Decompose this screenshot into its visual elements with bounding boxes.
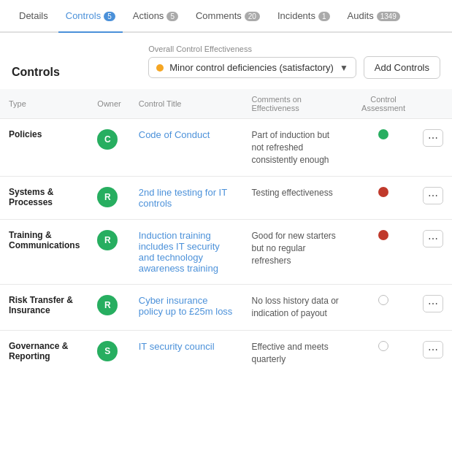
cell-title[interactable]: Induction training includes IT security …	[130, 220, 243, 285]
tab-controls[interactable]: Controls5	[58, 0, 123, 33]
table-row: Training & Communications R Induction tr…	[0, 220, 452, 285]
effectiveness-value: Minor control deficiencies (satisfactory…	[169, 62, 334, 73]
cell-comments: Effective and meets quarterly	[242, 331, 353, 376]
controls-header-section: Controls Overall Control Effectiveness M…	[12, 45, 440, 79]
col-type-header: Type	[0, 89, 88, 119]
table-row: Systems & Processes R 2nd line testing f…	[0, 177, 452, 220]
tab-badge-audits: 1349	[377, 12, 400, 21]
tab-comments[interactable]: Comments20	[188, 0, 267, 33]
assessment-dot-empty	[378, 295, 388, 305]
tab-incidents[interactable]: Incidents1	[270, 0, 337, 33]
section-title: Controls	[12, 60, 60, 79]
tab-badge-controls: 5	[104, 12, 115, 21]
col-menu-header	[414, 89, 452, 119]
cell-title[interactable]: Code of Conduct	[130, 119, 243, 177]
tab-badge-comments: 20	[245, 12, 260, 21]
col-comments-header: Comments on Effectiveness	[242, 89, 353, 119]
cell-title[interactable]: Cyber insurance policy up to £25m loss	[130, 285, 243, 331]
yellow-dot-icon	[156, 64, 164, 72]
cell-comments: Good for new starters but no regular ref…	[242, 220, 353, 285]
tab-audits[interactable]: Audits1349	[340, 0, 407, 33]
tab-label-comments: Comments	[196, 10, 242, 21]
cell-assessment	[353, 285, 414, 331]
tab-label-actions: Actions	[133, 10, 164, 21]
tab-actions[interactable]: Actions5	[126, 0, 185, 33]
table-row: Governance & Reporting S IT security cou…	[0, 331, 452, 376]
owner-avatar: R	[97, 187, 118, 207]
col-title-header: Control Title	[130, 89, 243, 119]
cell-type: Governance & Reporting	[0, 331, 88, 376]
add-controls-button[interactable]: Add Controls	[364, 56, 440, 79]
tab-label-audits: Audits	[348, 10, 374, 21]
cell-type: Training & Communications	[0, 220, 88, 285]
tab-label-controls: Controls	[66, 10, 101, 21]
effectiveness-dropdown[interactable]: Minor control deficiencies (satisfactory…	[148, 57, 356, 78]
cell-assessment	[353, 220, 414, 285]
cell-assessment	[353, 177, 414, 220]
row-menu-button[interactable]: ⋯	[423, 129, 443, 147]
cell-comments: Part of induction but not refreshed cons…	[242, 119, 353, 177]
cell-owner: S	[88, 331, 129, 376]
effectiveness-block: Overall Control Effectiveness Minor cont…	[148, 45, 440, 79]
chevron-down-icon: ▼	[340, 63, 348, 73]
row-menu-button[interactable]: ⋯	[423, 341, 443, 358]
cell-title[interactable]: 2nd line testing for IT controls	[130, 177, 243, 220]
cell-comments: No loss history data or indication of pa…	[242, 285, 353, 331]
cell-type: Systems & Processes	[0, 177, 88, 220]
col-assessment-header: Control Assessment	[353, 89, 414, 119]
row-menu-button[interactable]: ⋯	[423, 230, 443, 247]
controls-table: Type Owner Control Title Comments on Eff…	[0, 89, 452, 376]
cell-owner: C	[88, 119, 129, 177]
table-body: Policies C Code of Conduct Part of induc…	[0, 119, 452, 376]
content-area: Controls Overall Control Effectiveness M…	[0, 33, 452, 376]
owner-avatar: R	[97, 295, 118, 315]
owner-avatar: S	[97, 341, 118, 361]
owner-avatar: C	[97, 129, 118, 150]
cell-assessment	[353, 331, 414, 376]
cell-comments: Testing effectiveness	[242, 177, 353, 220]
cell-menu: ⋯	[414, 119, 452, 177]
cell-owner: R	[88, 285, 129, 331]
cell-menu: ⋯	[414, 331, 452, 376]
assessment-dot-empty	[378, 341, 388, 351]
controls-table-wrap: Type Owner Control Title Comments on Eff…	[0, 89, 452, 376]
cell-type: Risk Transfer & Insurance	[0, 285, 88, 331]
row-menu-button[interactable]: ⋯	[423, 187, 443, 204]
overall-label: Overall Control Effectiveness	[148, 45, 440, 53]
table-row: Risk Transfer & Insurance R Cyber insura…	[0, 285, 452, 331]
nav-tabs: DetailsControls5Actions5Comments20Incide…	[0, 0, 452, 33]
cell-title[interactable]: IT security council	[130, 331, 243, 376]
table-header: Type Owner Control Title Comments on Eff…	[0, 89, 452, 119]
tab-label-details: Details	[19, 10, 48, 21]
assessment-dot-red	[378, 230, 388, 240]
col-owner-header: Owner	[88, 89, 129, 119]
tab-badge-actions: 5	[166, 12, 178, 21]
row-menu-button[interactable]: ⋯	[423, 295, 443, 312]
cell-menu: ⋯	[414, 177, 452, 220]
tab-details[interactable]: Details	[12, 0, 55, 33]
table-row: Policies C Code of Conduct Part of induc…	[0, 119, 452, 177]
cell-menu: ⋯	[414, 285, 452, 331]
cell-menu: ⋯	[414, 220, 452, 285]
assessment-dot-red	[378, 187, 388, 197]
tab-label-incidents: Incidents	[277, 10, 315, 21]
cell-assessment	[353, 119, 414, 177]
tab-badge-incidents: 1	[318, 12, 330, 21]
cell-owner: R	[88, 177, 129, 220]
owner-avatar: R	[97, 230, 118, 250]
cell-owner: R	[88, 220, 129, 285]
cell-type: Policies	[0, 119, 88, 177]
assessment-dot-green	[378, 129, 388, 139]
